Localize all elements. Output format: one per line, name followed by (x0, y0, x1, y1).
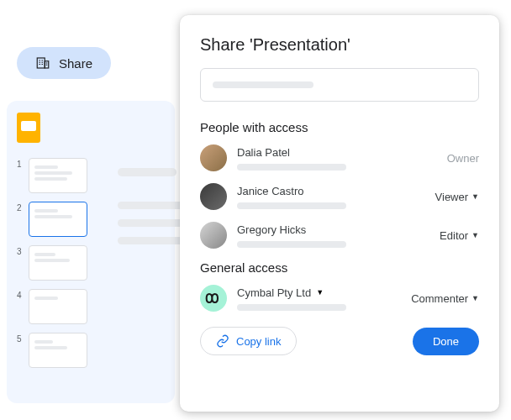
thumb-number: 4 (17, 289, 24, 300)
building-icon (35, 55, 50, 71)
slide-thumbnail[interactable] (29, 289, 87, 324)
add-people-input[interactable] (200, 68, 479, 102)
role-dropdown[interactable]: Viewer ▼ (435, 191, 479, 203)
link-icon (216, 334, 229, 348)
chevron-down-icon: ▼ (471, 192, 479, 201)
slide-thumbnail[interactable] (29, 158, 87, 193)
svg-rect-0 (37, 58, 45, 68)
role-dropdown[interactable]: Commenter ▼ (411, 292, 479, 305)
share-pill-label: Share (59, 56, 92, 71)
slide-thumbnail-active[interactable] (29, 202, 87, 237)
people-access-heading: People with access (200, 120, 479, 134)
general-access-heading: General access (200, 260, 479, 275)
thumb-number: 5 (17, 333, 24, 344)
avatar (200, 222, 227, 249)
avatar (200, 183, 227, 210)
role-label-owner: Owner (447, 152, 479, 165)
person-row: Janice Castro Viewer ▼ (200, 183, 479, 210)
person-row: Gregory Hicks Editor ▼ (200, 222, 479, 249)
slide-thumbnail[interactable] (29, 333, 87, 368)
person-row: Dalia Patel Owner (200, 144, 479, 171)
slide-thumbnail[interactable] (29, 245, 87, 281)
chevron-down-icon: ▼ (471, 294, 479, 302)
person-name: Gregory Hicks (237, 223, 429, 236)
chevron-down-icon: ▼ (471, 231, 479, 239)
done-button[interactable]: Done (413, 328, 479, 355)
thumb-number: 3 (17, 245, 24, 256)
person-name: Dalia Patel (237, 146, 437, 159)
slides-app-icon (17, 113, 40, 143)
org-row: Cymbal Pty Ltd ▼ Commenter ▼ (200, 285, 479, 312)
thumb-number: 1 (17, 158, 24, 169)
dialog-title: Share 'Presentation' (200, 35, 479, 55)
share-pill-button[interactable]: Share (17, 47, 111, 79)
thumb-number: 2 (17, 202, 24, 213)
avatar (200, 144, 227, 171)
slide-thumb-row[interactable]: 5 (17, 333, 165, 368)
org-name: Cymbal Pty Ltd (237, 286, 311, 299)
org-icon (200, 285, 227, 312)
person-name: Janice Castro (237, 185, 425, 197)
slide-thumb-row[interactable]: 4 (17, 289, 165, 324)
share-dialog: Share 'Presentation' People with access … (180, 15, 499, 412)
role-dropdown[interactable]: Editor ▼ (440, 229, 479, 242)
chevron-down-icon[interactable]: ▼ (316, 288, 324, 297)
copy-link-button[interactable]: Copy link (200, 327, 297, 355)
